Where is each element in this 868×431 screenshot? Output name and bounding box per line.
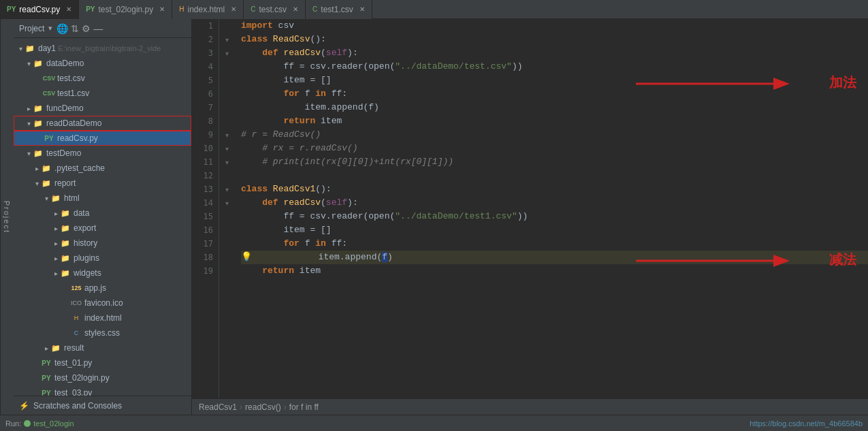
tab-test1csv[interactable]: C test1.csv ✕	[306, 0, 372, 19]
tree-item-test01py[interactable]: ▸ PY test_01.py	[14, 355, 191, 370]
editor-area: 1 2 3 4 5 6 7 8 9 10 11 12 13 14 15 16 1	[192, 19, 868, 415]
code-line-15: ff = csv.reader(open("../dataDemo/test1.…	[241, 210, 868, 223]
js-icon-appjs: 125	[71, 283, 82, 293]
tree-item-pytest-cache[interactable]: ▸ 📁 .pytest_cache	[14, 161, 191, 176]
tree-label-funcdemo: funcDemo	[46, 103, 84, 113]
add-folder-icon[interactable]: 🌐	[57, 23, 68, 34]
tree-label-stylescss: styles.css	[84, 328, 120, 338]
tree-label-result: result	[64, 343, 84, 353]
tree-item-day1[interactable]: ▾ 📁 day1 E:\new_bigtrain\bigtrain-2_vide	[14, 41, 191, 56]
breadcrumb-part1: ReadCsv1	[199, 402, 237, 412]
scroll-icon[interactable]: ⇅	[71, 23, 79, 34]
folder-icon-html: 📁	[50, 193, 61, 204]
tab-indexhtml[interactable]: H index.html ✕	[172, 0, 244, 19]
run-name[interactable]: test_02login	[33, 419, 74, 428]
tab-test02login[interactable]: PY test_02login.py ✕	[79, 0, 172, 19]
tree-item-test02loginpy[interactable]: ▸ PY test_02login.py	[14, 370, 191, 385]
tree-item-stylescss[interactable]: ▸ C styles.css	[14, 325, 191, 340]
fold-marker-3[interactable]: ▾	[225, 50, 229, 57]
tree-item-test03py[interactable]: ▸ PY test_03.py	[14, 385, 191, 396]
tree-item-history[interactable]: ▸ 📁 history	[14, 236, 191, 251]
code-line-14: def readCsv(self):	[241, 196, 868, 210]
tab-readcsv-label: readCsv.py	[19, 5, 60, 14]
line-numbers: 1 2 3 4 5 6 7 8 9 10 11 12 13 14 15 16 1	[192, 19, 219, 398]
py-icon-test03py: PY	[41, 387, 52, 396]
folder-icon-pytest-cache: 📁	[41, 163, 52, 174]
fold-marker-2[interactable]: ▾	[225, 36, 229, 44]
arrow-day1: ▾	[16, 45, 25, 52]
bulb-icon-line18[interactable]: 💡	[241, 251, 252, 264]
tree-item-readcsvpy[interactable]: ▸ PY readCsv.py	[14, 131, 191, 146]
code-line-9: # r = ReadCsv()	[241, 128, 868, 142]
code-line-18: 💡 item.append(f)	[241, 251, 868, 264]
tree-item-appjs[interactable]: ▸ 125 app.js	[14, 281, 191, 296]
scratches-consoles-item[interactable]: ⚡ Scratches and Consoles	[14, 396, 191, 415]
breadcrumb-part3: for f in ff	[289, 402, 319, 412]
tree-item-indexhtml[interactable]: ▸ H index.html	[14, 310, 191, 325]
tab-py-icon2: PY	[86, 5, 95, 13]
code-editor[interactable]: import csv class ReadCsv(): def readCsv(…	[234, 19, 868, 398]
tab-test02login-label: test_02login.py	[99, 5, 154, 14]
tree-item-faviconico[interactable]: ▸ ICO favicon.ico	[14, 296, 191, 310]
gear-icon[interactable]: ⚙	[82, 23, 91, 34]
tree-item-readdatademo[interactable]: ▾ 📁 readDataDemo	[14, 116, 191, 131]
main-area: Project Project ▾ 🌐 ⇅ ⚙ — ▾ 📁	[0, 19, 868, 415]
tree-label-testdemo: testDemo	[46, 148, 81, 158]
fold-marker-9[interactable]: ▾	[225, 131, 229, 139]
fold-gutter: ▾ ▾ ▾ ▾ ▾ ▾ ▾	[219, 19, 234, 398]
fold-marker-14[interactable]: ▾	[225, 199, 229, 207]
tree-item-report[interactable]: ▾ 📁 report	[14, 176, 191, 191]
tree-item-widgets[interactable]: ▸ 📁 widgets	[14, 266, 191, 281]
tree-item-test1csv[interactable]: ▸ CSV test1.csv	[14, 86, 191, 101]
sidebar-header: Project ▾ 🌐 ⇅ ⚙ —	[14, 19, 191, 38]
tree-label-indexhtml: index.html	[84, 313, 122, 323]
folder-icon-readdatademo: 📁	[33, 118, 44, 129]
tree-item-data[interactable]: ▸ 📁 data	[14, 206, 191, 221]
folder-icon-data: 📁	[60, 208, 71, 219]
folder-icon-widgets: 📁	[60, 268, 71, 278]
tree-item-html[interactable]: ▾ 📁 html	[14, 191, 191, 206]
fold-marker-11[interactable]: ▾	[225, 159, 229, 166]
tree-item-testdemo[interactable]: ▾ 📁 testDemo	[14, 146, 191, 161]
tree-item-export[interactable]: ▸ 📁 export	[14, 221, 191, 236]
tree-label-testcsv: test.csv	[57, 74, 85, 83]
tree-item-datademo[interactable]: ▾ 📁 dataDemo	[14, 56, 191, 71]
arrow-html: ▾	[42, 195, 50, 202]
editor-content: 1 2 3 4 5 6 7 8 9 10 11 12 13 14 15 16 1	[192, 19, 868, 398]
sidebar-tree: ▾ 📁 day1 E:\new_bigtrain\bigtrain-2_vide…	[14, 38, 191, 396]
tab-testcsv[interactable]: C test.csv ✕	[244, 0, 306, 19]
tab-testcsv-label: test.csv	[259, 5, 287, 14]
html-icon-indexhtml: H	[71, 313, 82, 323]
fold-marker-13[interactable]: ▾	[225, 186, 229, 193]
run-dot-icon	[24, 420, 31, 427]
breadcrumb-bar: ReadCsv1 › readCsv() › for f in ff	[192, 398, 868, 415]
tab-readcsv[interactable]: PY readCsv.py ✕	[0, 0, 79, 19]
breadcrumb-sep1: ›	[240, 402, 242, 412]
tree-label-history: history	[74, 238, 97, 248]
code-line-5: item = []	[241, 74, 868, 87]
tree-label-day1: day1 E:\new_bigtrain\bigtrain-2_vide	[38, 44, 161, 53]
arrow-export: ▸	[52, 225, 60, 232]
tree-item-funcdemo[interactable]: ▸ 📁 funcDemo	[14, 101, 191, 116]
tree-item-testcsv[interactable]: ▸ CSV test.csv	[14, 71, 191, 86]
tab-testcsv-close[interactable]: ✕	[293, 5, 298, 13]
code-line-3: def readCsv(self):	[241, 46, 868, 60]
arrow-testdemo: ▾	[25, 150, 33, 157]
status-run-area: Run: test_02login	[5, 419, 74, 428]
tab-readcsv-close[interactable]: ✕	[66, 5, 71, 13]
fold-marker-10[interactable]: ▾	[225, 145, 229, 153]
status-link[interactable]: https://blog.csdn.net/m_4b66584b	[750, 419, 863, 428]
tab-indexhtml-close[interactable]: ✕	[231, 5, 236, 13]
tab-test02login-close[interactable]: ✕	[159, 5, 165, 13]
py-icon-test02loginpy: PY	[41, 372, 52, 383]
tree-item-plugins[interactable]: ▸ 📁 plugins	[14, 251, 191, 266]
arrow-data: ▸	[52, 210, 60, 217]
tree-label-plugins: plugins	[74, 253, 99, 263]
arrow-widgets: ▸	[52, 270, 60, 277]
tree-item-result[interactable]: ▸ 📁 result	[14, 340, 191, 355]
tree-label-faviconico: favicon.ico	[84, 298, 123, 308]
arrow-history: ▸	[52, 240, 60, 247]
tree-label-readcsvpy: readCsv.py	[57, 133, 98, 143]
tab-test1csv-close[interactable]: ✕	[359, 5, 365, 13]
minimize-icon[interactable]: —	[93, 23, 103, 34]
